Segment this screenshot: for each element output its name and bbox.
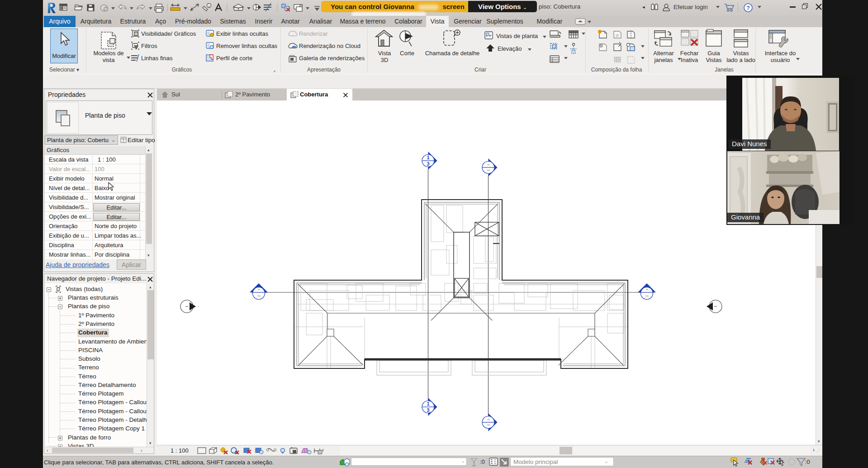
svg-text:3: 3 bbox=[427, 161, 429, 167]
svg-text:?: ? bbox=[746, 5, 750, 11]
svg-text:1: 1 bbox=[427, 155, 429, 160]
svg-text:1: 1 bbox=[427, 401, 429, 406]
svg-text:3: 3 bbox=[427, 407, 429, 413]
